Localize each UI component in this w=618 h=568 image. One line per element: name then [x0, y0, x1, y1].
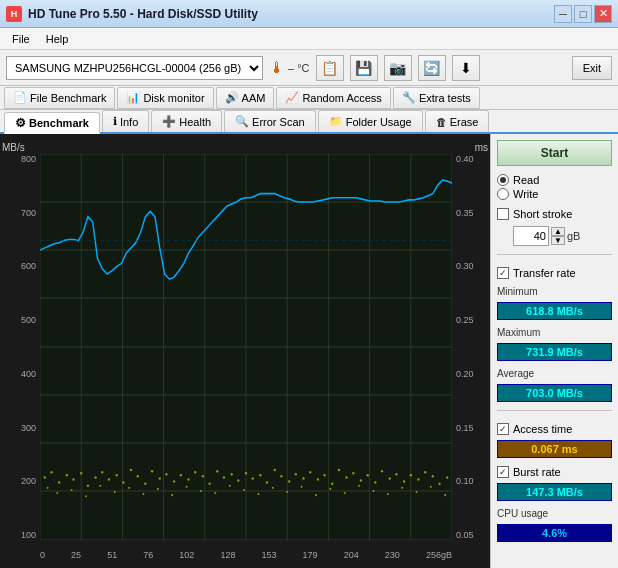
svg-point-88: [186, 486, 188, 488]
svg-point-25: [72, 478, 74, 481]
svg-point-63: [345, 476, 347, 479]
thermometer-icon: 🌡: [269, 59, 285, 77]
access-time-checkbox-box: ✓: [497, 423, 509, 435]
access-time-checkbox[interactable]: ✓ Access time: [497, 423, 612, 435]
svg-point-85: [143, 493, 145, 495]
drive-selector[interactable]: SAMSUNG MZHPU256HCGL-00004 (256 gB): [6, 56, 263, 80]
temperature-value: – °C: [288, 62, 310, 74]
y-label-right-020: 0.20: [454, 369, 490, 379]
svg-point-35: [144, 482, 146, 485]
x-label-51: 51: [107, 550, 117, 560]
svg-point-51: [259, 474, 261, 477]
svg-point-28: [94, 476, 96, 479]
svg-point-98: [329, 488, 331, 490]
error-scan-icon: 🔍: [235, 115, 249, 128]
tab-random-access[interactable]: 📈 Random Access: [276, 87, 390, 109]
svg-point-94: [272, 487, 274, 489]
svg-point-52: [266, 481, 268, 484]
erase-icon: 🗑: [436, 116, 447, 128]
y-label-100: 100: [0, 530, 40, 540]
burst-rate-label: Burst rate: [513, 466, 561, 478]
y-label-right-035: 0.35: [454, 208, 490, 218]
subtab-benchmark[interactable]: ⚙ Benchmark: [4, 112, 100, 134]
minimize-button[interactable]: ─: [554, 5, 572, 23]
stroke-down-button[interactable]: ▼: [551, 236, 565, 245]
short-stroke-checkbox[interactable]: Short stroke: [497, 208, 612, 220]
maximum-label: Maximum: [497, 327, 612, 338]
average-value: 703.0 MB/s: [497, 384, 612, 402]
toolbar-btn-1[interactable]: 📋: [316, 55, 344, 81]
x-label-102: 102: [179, 550, 194, 560]
svg-point-54: [280, 475, 282, 478]
svg-point-75: [432, 475, 434, 478]
y-label-right-030: 0.30: [454, 261, 490, 271]
transfer-rate-checkbox[interactable]: ✓ Transfer rate: [497, 267, 612, 279]
tab-aam[interactable]: 🔊 AAM: [216, 87, 275, 109]
svg-point-30: [108, 478, 110, 481]
window-controls: ─ □ ✕: [554, 5, 612, 23]
y-axis-right-label: ms: [475, 142, 488, 153]
start-button[interactable]: Start: [497, 140, 612, 166]
menu-help[interactable]: Help: [38, 31, 77, 47]
svg-point-56: [295, 473, 297, 476]
menu-file[interactable]: File: [4, 31, 38, 47]
access-time-value: 0.067 ms: [497, 440, 612, 458]
svg-point-90: [214, 492, 216, 494]
svg-point-40: [180, 474, 182, 477]
subtab-error-scan[interactable]: 🔍 Error Scan: [224, 110, 316, 132]
subtab-health[interactable]: ➕ Health: [151, 110, 222, 132]
radio-write[interactable]: Write: [497, 188, 612, 200]
svg-point-58: [309, 471, 311, 474]
svg-point-37: [159, 477, 161, 480]
toolbar-btn-3[interactable]: 📷: [384, 55, 412, 81]
close-button[interactable]: ✕: [594, 5, 612, 23]
divider-2: [497, 410, 612, 411]
subtab-erase[interactable]: 🗑 Erase: [425, 110, 490, 132]
svg-point-29: [101, 471, 103, 474]
extra-tests-icon: 🔧: [402, 91, 416, 104]
x-label-204: 204: [344, 550, 359, 560]
title-bar-left: H HD Tune Pro 5.50 - Hard Disk/SSD Utili…: [6, 6, 258, 22]
svg-point-106: [444, 494, 446, 496]
subtab-info[interactable]: ℹ Info: [102, 110, 149, 132]
svg-point-71: [403, 480, 405, 483]
toolbar-btn-4[interactable]: 🔄: [418, 55, 446, 81]
toolbar-btn-5[interactable]: ⬇: [452, 55, 480, 81]
window-title: HD Tune Pro 5.50 - Hard Disk/SSD Utility: [28, 7, 258, 21]
radio-read[interactable]: Read: [497, 174, 612, 186]
tab-file-benchmark[interactable]: 📄 File Benchmark: [4, 87, 115, 109]
feature-tabs: 📄 File Benchmark 📊 Disk monitor 🔊 AAM 📈 …: [0, 86, 618, 110]
subtab-folder-usage[interactable]: 📁 Folder Usage: [318, 110, 423, 132]
burst-rate-checkbox[interactable]: ✓ Burst rate: [497, 466, 612, 478]
stroke-spinners: ▲ ▼: [551, 227, 565, 245]
svg-point-73: [417, 478, 419, 481]
tab-disk-monitor[interactable]: 📊 Disk monitor: [117, 87, 213, 109]
tab-extra-tests[interactable]: 🔧 Extra tests: [393, 87, 480, 109]
x-label-256gb: 256gB: [426, 550, 452, 560]
transfer-rate-label: Transfer rate: [513, 267, 576, 279]
svg-point-66: [367, 474, 369, 477]
svg-point-53: [274, 469, 276, 472]
radio-read-dot: [500, 177, 506, 183]
stroke-up-button[interactable]: ▲: [551, 227, 565, 236]
svg-point-99: [344, 492, 346, 494]
svg-point-62: [338, 469, 340, 472]
svg-point-59: [317, 478, 319, 481]
svg-point-104: [416, 491, 418, 493]
exit-button[interactable]: Exit: [572, 56, 612, 80]
svg-point-87: [171, 494, 173, 496]
svg-point-39: [173, 480, 175, 483]
toolbar-btn-2[interactable]: 💾: [350, 55, 378, 81]
svg-point-47: [230, 473, 232, 476]
stroke-value-input[interactable]: [513, 226, 549, 246]
svg-point-82: [99, 485, 101, 487]
maximize-button[interactable]: □: [574, 5, 592, 23]
cpu-usage-value: 4.6%: [497, 524, 612, 542]
radio-write-label: Write: [513, 188, 538, 200]
svg-point-55: [288, 480, 290, 483]
svg-point-86: [157, 488, 159, 490]
y-label-200: 200: [0, 476, 40, 486]
svg-point-97: [315, 494, 317, 496]
svg-point-89: [200, 490, 202, 492]
x-label-76: 76: [143, 550, 153, 560]
